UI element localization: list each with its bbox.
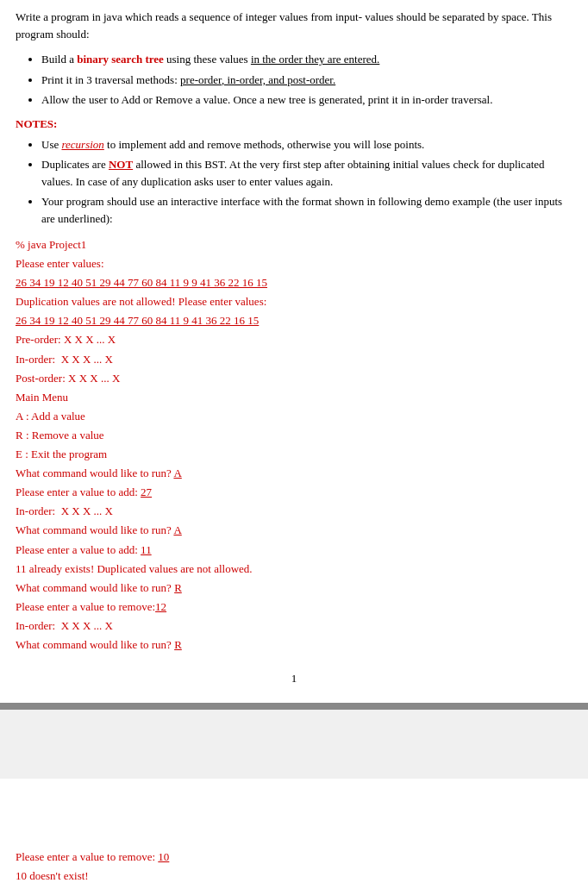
intro-paragraph: Write a program in java which reads a se…	[16, 9, 572, 42]
note-2-not: NOT	[109, 158, 133, 171]
add-value-27: 27	[141, 485, 152, 498]
note-2: Duplicates are NOT allowed in this BST. …	[41, 156, 572, 190]
note-3-text: Your program should use an interactive i…	[41, 195, 562, 225]
note-2-text1: Duplicates are	[41, 158, 109, 171]
demo-line-7: In-order: X X X ... X	[16, 350, 572, 369]
demo-values-2: 26 34 19 12 40 51 29 44 77 60 84 11 9 41…	[16, 314, 259, 327]
p2-line-1: Please enter a value to remove: 10	[16, 848, 572, 867]
page-1: Write a program in java which reads a se…	[0, 0, 588, 703]
demo-line-21: In-order: X X X ... X	[16, 617, 572, 636]
demo-line-22: What command would like to run? R	[16, 636, 572, 654]
bullet-1-text3: in the order they are entered.	[251, 53, 379, 66]
demo-line-16: What command would like to run? A	[16, 521, 572, 540]
bullet-1-text2: using these values	[164, 53, 251, 66]
demo-line-19: What command would like to run? R	[16, 579, 572, 598]
p2-line-2: 10 doesn't exist!	[16, 867, 572, 883]
bullet-3: Allow the user to Add or Remove a value.…	[41, 91, 572, 109]
bullet-2-text2: pre-order, in-order, and post-order.	[180, 73, 335, 86]
intro-bullets: Build a binary search tree using these v…	[41, 51, 572, 109]
demo-line-11: R : Remove a value	[16, 426, 572, 445]
demo-line-14: Please enter a value to add: 27	[16, 483, 572, 502]
demo-line-2: Please enter values:	[16, 254, 572, 273]
bullet-1-bst: binary search tree	[77, 53, 164, 66]
bottom-gray	[0, 710, 588, 779]
cmd-r-2: R	[174, 638, 182, 651]
note-1-text1: Use	[41, 138, 61, 151]
cmd-r-1: R	[174, 581, 182, 594]
bullet-3-text: Allow the user to Add or Remove a value.…	[41, 93, 492, 106]
demo-line-5: 26 34 19 12 40 51 29 44 77 60 84 11 9 41…	[16, 311, 572, 330]
remove-value-10: 10	[158, 850, 169, 863]
page-2: Please enter a value to remove: 10 10 do…	[0, 779, 588, 883]
demo-line-17: Please enter a value to add: 11	[16, 541, 572, 560]
note-1-text2: to implement add and remove methods, oth…	[104, 138, 425, 151]
demo-line-4: Duplication values are not allowed! Plea…	[16, 292, 572, 311]
bullet-1: Build a binary search tree using these v…	[41, 51, 572, 68]
demo-line-13: What command would like to run? A	[16, 464, 572, 483]
demo-line-20: Please enter a value to remove:12	[16, 598, 572, 617]
demo-line-18: 11 already exists! Duplicated values are…	[16, 560, 572, 579]
remove-value-12: 12	[155, 600, 166, 613]
page-number: 1	[16, 672, 572, 686]
demo-section: % java Project1 Please enter values: 26 …	[16, 235, 572, 654]
demo-line-1: % java Project1	[16, 235, 572, 254]
add-value-11: 11	[141, 543, 152, 556]
note-1: Use recursion to implement add and remov…	[41, 136, 572, 153]
demo-values-1: 26 34 19 12 40 51 29 44 77 60 84 11 9 9 …	[16, 276, 267, 289]
cmd-a-1: A	[173, 467, 181, 479]
demo-line-8: Post-order: X X X ... X	[16, 369, 572, 388]
demo-line-10: A : Add a value	[16, 407, 572, 426]
notes-bullets: Use recursion to implement add and remov…	[41, 136, 572, 228]
note-3: Your program should use an interactive i…	[41, 193, 572, 227]
demo-line-15: In-order: X X X ... X	[16, 502, 572, 521]
page2-demo-section: Please enter a value to remove: 10 10 do…	[16, 848, 572, 883]
page-separator	[0, 703, 588, 710]
bullet-1-text1: Build a	[41, 53, 77, 66]
bullet-2: Print it in 3 traversal methods: pre-ord…	[41, 72, 572, 89]
cmd-a-2: A	[173, 523, 181, 536]
note-1-recursion: recursion	[61, 138, 103, 151]
demo-line-6: Pre-order: X X X ... X	[16, 330, 572, 349]
demo-line-3: 26 34 19 12 40 51 29 44 77 60 84 11 9 9 …	[16, 273, 572, 292]
demo-line-12: E : Exit the program	[16, 445, 572, 464]
notes-header: NOTES:	[16, 117, 572, 131]
bullet-2-text1: Print it in 3 traversal methods:	[41, 73, 180, 86]
demo-line-9: Main Menu	[16, 388, 572, 407]
